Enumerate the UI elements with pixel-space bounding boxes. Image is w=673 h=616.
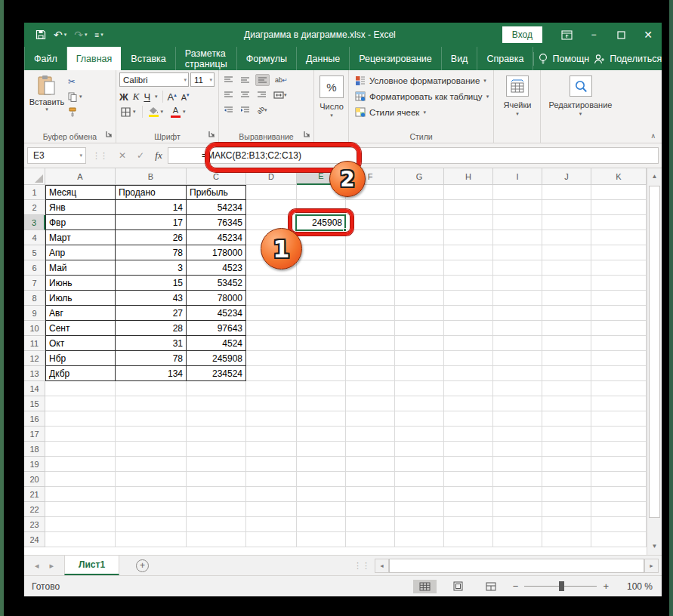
cell-j24[interactable] [542,532,591,547]
cell-b1[interactable]: Продано [116,185,187,200]
cell-d20[interactable] [246,472,297,487]
cell-k7[interactable] [591,276,647,291]
cell-i7[interactable] [493,276,542,291]
row-header-16[interactable]: 16 [24,411,45,427]
cell-h17[interactable] [444,427,493,442]
cell-j18[interactable] [542,442,591,457]
cell-j8[interactable] [542,291,591,306]
cell-k12[interactable] [591,351,647,366]
cell-c8[interactable]: 78000 [187,291,246,306]
cell-h9[interactable] [444,306,493,321]
ribbon-tab-1[interactable]: Главная [67,47,122,70]
cell-b3[interactable]: 17 [116,215,187,230]
scroll-down-icon[interactable]: ▼ [647,538,662,553]
cell-c3[interactable]: 76345 [187,215,246,230]
cell-c11[interactable]: 4524 [187,336,246,351]
orientation-button[interactable]: ab▾ [255,105,269,116]
zoom-slider-thumb[interactable] [559,581,564,591]
cell-j2[interactable] [542,200,591,215]
cell-i18[interactable] [493,442,542,457]
cell-d22[interactable] [246,502,297,517]
cell-h22[interactable] [444,502,493,517]
cell-a22[interactable] [45,502,116,517]
row-header-4[interactable]: 4 [24,230,45,245]
cell-i20[interactable] [493,472,542,487]
cell-e7[interactable] [297,276,346,291]
cell-e16[interactable] [297,411,346,427]
cell-b4[interactable]: 26 [116,230,187,245]
cut-button[interactable]: ✂▾ [66,75,84,88]
cell-j23[interactable] [542,517,591,532]
ribbon-tab-3[interactable]: Разметка страницы [176,47,237,70]
cell-f4[interactable] [346,230,395,245]
row-header-15[interactable]: 15 [24,396,45,411]
cell-i14[interactable] [493,381,542,396]
cell-e9[interactable] [297,306,346,321]
cell-h5[interactable] [444,245,493,260]
cell-k22[interactable] [591,502,647,517]
cell-k10[interactable] [591,321,647,336]
minimize-button[interactable]: − [580,23,607,47]
cell-j12[interactable] [542,351,591,366]
cell-j11[interactable] [542,336,591,351]
cell-h15[interactable] [444,396,493,411]
cell-i2[interactable] [493,200,542,215]
cell-d24[interactable] [246,532,297,547]
row-header-13[interactable]: 13 [24,366,45,381]
cell-a13[interactable]: Дкбр [45,366,116,381]
zoom-in-icon[interactable]: + [603,581,609,592]
cell-h14[interactable] [444,381,493,396]
underline-dropdown-icon[interactable]: ▾ [155,94,158,100]
row-header-21[interactable]: 21 [24,487,45,502]
cell-e13[interactable] [297,366,346,381]
cell-g6[interactable] [395,260,444,276]
cell-k15[interactable] [591,396,647,411]
cell-g11[interactable] [395,336,444,351]
ribbon-tab-7[interactable]: Вид [442,47,478,70]
cell-j4[interactable] [542,230,591,245]
row-header-14[interactable]: 14 [24,381,45,396]
ribbon-tab-8[interactable]: Справка [477,47,533,70]
cell-k17[interactable] [591,427,647,442]
cell-e10[interactable] [297,321,346,336]
cell-a24[interactable] [45,532,116,547]
cell-h7[interactable] [444,276,493,291]
cell-d21[interactable] [246,487,297,502]
align-center-button[interactable] [239,90,252,100]
row-header-1[interactable]: 1 [24,185,45,200]
row-header-20[interactable]: 20 [24,472,45,487]
cell-g16[interactable] [395,411,444,427]
scroll-left-icon[interactable]: ◄ [375,559,389,573]
cell-f17[interactable] [346,427,395,442]
cell-i1[interactable] [493,185,542,200]
cell-f6[interactable] [346,260,395,276]
cell-h3[interactable] [444,215,493,230]
cell-b20[interactable] [116,472,187,487]
cell-b15[interactable] [116,396,187,411]
cell-f24[interactable] [346,532,395,547]
cell-d18[interactable] [246,442,297,457]
row-header-24[interactable]: 24 [24,532,45,547]
cell-d13[interactable] [246,366,297,381]
scroll-right-icon[interactable]: ► [644,559,659,573]
fill-color-button[interactable]: ▾ [147,104,165,119]
scroll-up-icon[interactable]: ▲ [647,168,662,183]
vertical-scrollbar[interactable]: ▲ ▼ [647,168,662,555]
row-header-17[interactable]: 17 [24,427,45,442]
cell-c4[interactable]: 45234 [187,230,246,245]
cell-d23[interactable] [246,517,297,532]
cell-b11[interactable]: 31 [116,336,187,351]
cell-h13[interactable] [444,366,493,381]
cell-i17[interactable] [493,427,542,442]
cell-h1[interactable] [444,185,493,200]
row-header-23[interactable]: 23 [24,517,45,532]
column-header-k[interactable]: K [591,168,647,185]
cell-i19[interactable] [493,457,542,472]
row-header-12[interactable]: 12 [24,351,45,366]
cell-d17[interactable] [246,427,297,442]
cell-i4[interactable] [493,230,542,245]
cell-a1[interactable]: Месяц [45,185,116,200]
cell-c14[interactable] [187,381,246,396]
cell-c22[interactable] [187,502,246,517]
save-icon[interactable] [33,29,48,40]
